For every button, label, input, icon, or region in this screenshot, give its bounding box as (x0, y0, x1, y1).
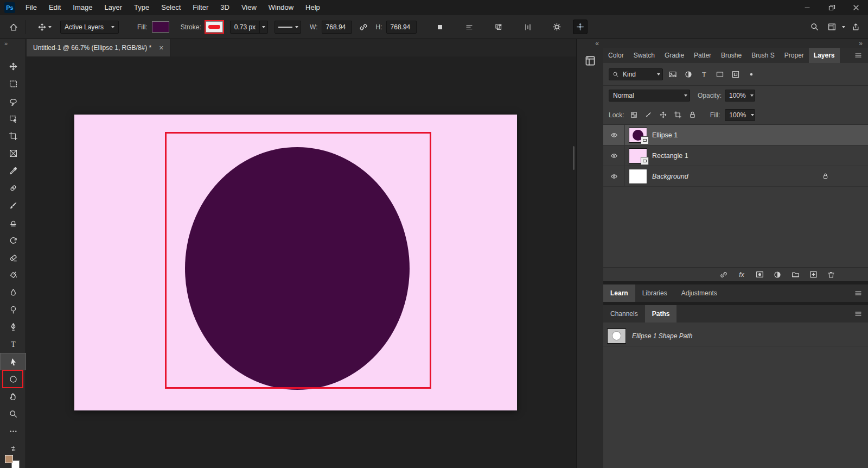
home-button[interactable] (7, 20, 21, 34)
menu-filter[interactable]: Filter (187, 0, 214, 15)
link-dimensions-button[interactable] (356, 20, 371, 34)
transform-widget-button[interactable] (573, 20, 588, 34)
layer-row-rectangle-1[interactable]: Rectangle 1 (603, 146, 868, 166)
lock-position-button[interactable] (659, 110, 668, 120)
tab-swatches[interactable]: Swatch (629, 48, 660, 63)
menu-edit[interactable]: Edit (43, 0, 67, 15)
lock-artboard-button[interactable] (673, 110, 683, 120)
tab-brush-settings[interactable]: Brush S (746, 48, 780, 63)
menu-select[interactable]: Select (155, 0, 187, 15)
search-button[interactable] (807, 20, 821, 34)
tab-libraries[interactable]: Libraries (635, 284, 674, 302)
learn-panel-menu-button[interactable] (848, 284, 868, 302)
tool-dodge[interactable] (0, 301, 26, 318)
filter-shape-layers-button[interactable] (714, 68, 726, 80)
share-button[interactable] (848, 20, 863, 34)
path-alignment-button[interactable] (462, 20, 476, 34)
delete-layer-button[interactable] (826, 270, 837, 280)
menu-image[interactable]: Image (67, 0, 98, 15)
tool-frame[interactable] (0, 144, 26, 162)
tab-color[interactable]: Color (603, 48, 629, 63)
layer-styles-button[interactable]: fx (736, 270, 747, 280)
visibility-toggle[interactable] (603, 166, 625, 186)
tool-spot-healing-brush[interactable] (0, 179, 26, 197)
distribute-button[interactable] (521, 20, 535, 34)
dock-collapse-button[interactable]: « (577, 39, 603, 48)
tool-preset-select[interactable]: Active Layers (60, 21, 119, 34)
path-thumbnail[interactable] (608, 329, 626, 343)
tool-history-brush[interactable] (0, 231, 26, 249)
filter-pixel-layers-button[interactable] (667, 68, 679, 80)
tab-brushes[interactable]: Brushe (716, 48, 746, 63)
visibility-toggle[interactable] (603, 125, 625, 145)
link-layers-button[interactable] (718, 270, 729, 280)
paths-panel-menu-button[interactable] (848, 305, 868, 322)
layer-row-background[interactable]: Background (603, 166, 868, 187)
stroke-style-combo[interactable] (275, 21, 301, 34)
filter-smart-objects-button[interactable] (730, 68, 742, 80)
path-row[interactable]: Ellipse 1 Shape Path (603, 326, 868, 346)
lock-all-button[interactable] (688, 110, 698, 120)
layer-thumbnail[interactable] (629, 149, 647, 163)
tool-hand[interactable] (0, 388, 26, 405)
fill-combo[interactable]: 100% (725, 109, 755, 121)
document-tab[interactable]: Untitled-1 @ 66.7% (Ellipse 1, RGB/8#) *… (27, 39, 170, 56)
new-layer-button[interactable] (808, 270, 819, 280)
workspace-switcher-button[interactable] (825, 20, 839, 34)
minimize-button[interactable] (795, 0, 819, 15)
menu-view[interactable]: View (235, 0, 263, 15)
fill-color-swatch[interactable] (152, 22, 169, 32)
tool-eraser[interactable] (0, 249, 26, 266)
stroke-color-swatch[interactable] (206, 22, 222, 32)
tab-properties[interactable]: Proper (780, 48, 809, 63)
tab-gradients[interactable]: Gradie (660, 48, 689, 63)
filter-kind-select[interactable]: Kind (609, 68, 663, 80)
lock-pixels-button[interactable] (644, 110, 654, 120)
tool-brush[interactable] (0, 197, 26, 214)
stroke-width-combo[interactable]: 0.73 px (230, 21, 268, 34)
filter-type-layers-button[interactable]: T (698, 68, 710, 80)
layer-thumbnail[interactable] (629, 169, 647, 184)
height-field[interactable]: 768.94 (386, 21, 417, 34)
tool-paint-bucket[interactable] (0, 266, 26, 283)
menu-3d[interactable]: 3D (214, 0, 235, 15)
filter-toggle-button[interactable] (745, 68, 757, 80)
shape-settings-button[interactable] (550, 20, 564, 34)
tool-blur[interactable] (0, 283, 26, 301)
artboard[interactable] (74, 115, 517, 410)
collapsed-panel-button[interactable] (583, 53, 598, 68)
path-arrangement-button[interactable] (492, 20, 506, 34)
menu-help[interactable]: Help (299, 0, 326, 15)
menu-file[interactable]: File (20, 0, 43, 15)
layer-thumbnail[interactable] (629, 128, 647, 142)
tab-learn[interactable]: Learn (603, 284, 635, 302)
menu-window[interactable]: Window (263, 0, 299, 15)
tool-object-selection[interactable] (0, 110, 26, 127)
vertical-scrollbar[interactable] (573, 146, 575, 170)
canvas-area[interactable] (27, 56, 576, 468)
tool-clone-stamp[interactable] (0, 214, 26, 231)
tab-close-icon[interactable]: × (159, 44, 163, 52)
tool-move[interactable] (0, 58, 26, 75)
tab-paths[interactable]: Paths (645, 305, 677, 322)
add-layer-mask-button[interactable] (754, 270, 765, 280)
tool-crop[interactable] (0, 127, 26, 144)
tab-patterns[interactable]: Patter (689, 48, 716, 63)
foreground-color-swatch[interactable] (5, 455, 13, 463)
tab-channels[interactable]: Channels (603, 305, 645, 322)
adjustment-layer-button[interactable] (772, 270, 783, 280)
tool-eyedropper[interactable] (0, 162, 26, 179)
new-group-button[interactable] (790, 270, 801, 280)
menu-layer[interactable]: Layer (99, 0, 129, 15)
lock-transparency-button[interactable] (629, 110, 639, 120)
tool-pen[interactable] (0, 318, 26, 336)
restore-button[interactable] (819, 0, 844, 15)
tool-edit-toolbar[interactable] (0, 422, 26, 440)
tool-path-selection[interactable] (0, 353, 26, 370)
layer-row-ellipse-1[interactable]: Ellipse 1 (603, 125, 868, 146)
width-field[interactable]: 768.94 (322, 21, 352, 34)
tool-ellipse[interactable] (0, 370, 26, 388)
expand-panels-button[interactable]: » (859, 40, 863, 47)
rectangle-shape[interactable] (165, 132, 431, 389)
current-tool-button[interactable] (37, 20, 52, 34)
